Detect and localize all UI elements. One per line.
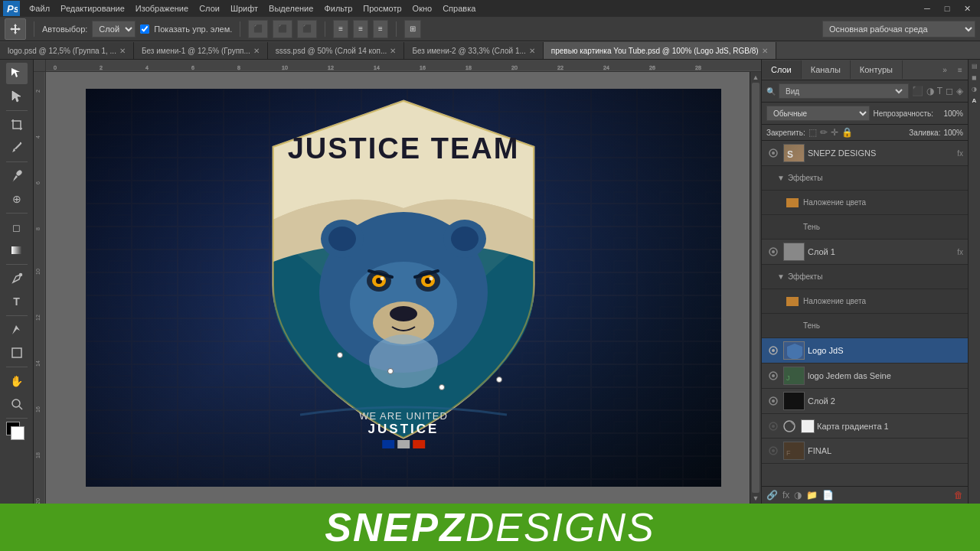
autoselect-select[interactable]: Слой [92,21,136,37]
layer-sloy2[interactable]: Слой 2 [762,389,968,414]
layer-vis-0[interactable] [766,146,780,160]
link-layers-icon[interactable]: 🔗 [766,490,778,500]
shape-tool[interactable] [6,342,28,364]
menu-help[interactable]: Справка [438,2,480,15]
tab-close-4[interactable]: ✕ [762,47,768,55]
layers-list[interactable]: S SNEPZ DESIGNS fx ▼ Эффекты Наложение ц… [762,141,968,486]
filter-shape-icon[interactable]: ◻ [946,86,953,96]
menu-layers[interactable]: Слои [194,2,224,15]
layer-snepz-designs[interactable]: S SNEPZ DESIGNS fx [762,141,968,166]
layer-logo-jds[interactable]: Logo JdS [762,338,968,364]
menu-font[interactable]: Шрифт [226,2,263,15]
effects-triangle-1[interactable]: ▼ [777,272,785,281]
direct-select-tool[interactable] [6,86,28,107]
tab-unnamed1[interactable]: Без имени-1 @ 12,5% (Групп... ✕ [134,42,268,59]
layer-vis-4[interactable] [766,394,780,408]
eraser-tool[interactable]: ◻ [6,217,28,238]
panel-tab-layers[interactable]: Слои [762,60,802,79]
panel-menu-icon[interactable]: ≡ [952,60,968,80]
layer-vis-5[interactable] [766,419,780,433]
effects-triangle-0[interactable]: ▼ [777,174,785,182]
menu-select[interactable]: Выделение [264,2,318,15]
distribute-button[interactable]: ≡ [333,20,348,38]
type-icon-right[interactable]: A [972,97,977,104]
show-transform-checkbox[interactable] [140,24,149,34]
blend-mode-select[interactable]: Обычные [766,106,870,121]
path-select-tool[interactable] [6,319,28,341]
canvas-area[interactable]: 0 2 4 6 8 10 12 14 16 18 20 22 24 26 28 [34,60,761,504]
tab-ssss[interactable]: ssss.psd @ 50% (Слой 14 коп... ✕ [268,42,405,59]
add-style-icon[interactable]: fx [782,490,789,500]
distribute2-button[interactable]: ≡ [353,20,368,38]
align-right-button[interactable]: ⬛ [297,20,317,38]
align-center-button[interactable]: ⬛ [273,20,292,38]
layer-vis-2[interactable] [766,344,780,357]
hand-tool[interactable]: ✋ [6,370,28,392]
color-icon-right[interactable]: ◼ [972,74,977,81]
tab-logo[interactable]: logo.psd @ 12,5% (Группа 1, ... ✕ [0,42,134,59]
eyedrop-tool[interactable] [6,137,28,158]
tab-close-2[interactable]: ✕ [390,47,396,55]
tab-close-1[interactable]: ✕ [253,47,260,55]
scroll-thumb[interactable] [752,83,760,493]
pen-tool[interactable] [6,268,28,289]
crop-tool[interactable] [6,114,28,135]
new-layer-icon[interactable]: 📄 [822,490,834,500]
new-group-icon[interactable]: 📁 [806,490,818,500]
lock-transparent-icon[interactable]: ⬚ [808,127,817,138]
tab-close-0[interactable]: ✕ [119,47,126,55]
tab-close-3[interactable]: ✕ [529,47,535,55]
panel-tab-channels[interactable]: Каналы [802,60,851,79]
maximize-button[interactable]: □ [937,0,957,17]
menu-window[interactable]: Окно [408,2,437,15]
layer-shadow-0[interactable]: Тень [762,215,968,240]
selection-tool[interactable] [6,63,28,84]
zoom-tool[interactable] [6,393,28,415]
arrange-button[interactable]: ⊞ [404,20,421,38]
layer-logo-jedem[interactable]: J logo Jedem das Seine [762,364,968,389]
layer-effects-1[interactable]: ▼ Эффекты [762,265,968,289]
layer-vis-1[interactable] [766,245,780,259]
right-scrollbar[interactable]: ▲ ▼ [750,72,761,504]
stamp-tool[interactable]: ⊕ [6,188,28,210]
transform-point-2[interactable] [387,368,394,374]
lock-position-icon[interactable]: ✛ [831,127,838,138]
layer-color-overlay-0[interactable]: Наложение цвета [762,191,968,215]
brush-tool[interactable] [6,165,28,187]
layer-gradient-map[interactable]: Карта градиента 1 [762,414,968,439]
layers-icon-right[interactable]: ▤ [971,63,978,70]
lock-pixels-icon[interactable]: ✏ [820,127,828,138]
gradient-tool[interactable] [6,240,28,261]
add-mask-icon[interactable]: ◑ [794,490,802,500]
layer-vis-3[interactable] [766,369,780,383]
filter-pixel-icon[interactable]: ⬛ [912,86,923,96]
close-button[interactable]: ✕ [957,0,977,17]
adjustments-icon-right[interactable]: ◑ [972,86,977,93]
tab-preview[interactable]: превью картинка You Tube.psd @ 100% (Log… [544,42,776,59]
scroll-up-icon[interactable]: ▲ [753,73,760,81]
menu-file[interactable]: Файл [24,2,54,15]
canvas-content[interactable]: JUSTICE TEAM WE ARE UNITED JUSTICE [46,72,761,504]
type-tool[interactable]: T [6,291,28,312]
panel-expand-icon[interactable]: » [937,60,952,80]
menu-image[interactable]: Изображение [131,2,193,15]
minimize-button[interactable]: ─ [917,0,937,17]
transform-point-3[interactable] [439,384,445,390]
color-picker[interactable] [6,422,28,443]
menu-filter[interactable]: Фильтр [319,2,357,15]
layer-sloy1[interactable]: Слой 1 fx [762,240,968,265]
menu-edit[interactable]: Редактирование [56,2,129,15]
menu-view[interactable]: Просмотр [358,2,406,15]
scroll-down-icon[interactable]: ▼ [753,494,760,502]
layer-vis-6[interactable] [766,444,780,458]
filter-smart-icon[interactable]: ◈ [956,86,963,96]
layer-color-overlay-1[interactable]: Наложение цвета [762,289,968,314]
tab-unnamed2[interactable]: Без имени-2 @ 33,3% (Слой 1... ✕ [404,42,543,59]
filter-adjust-icon[interactable]: ◑ [926,86,934,96]
transform-point-4[interactable] [496,377,502,383]
layer-search-box[interactable]: Вид [779,83,909,99]
layer-effects-0[interactable]: ▼ Эффекты [762,166,968,191]
lock-all-icon[interactable]: 🔒 [841,127,853,138]
filter-type-icon[interactable]: T [937,86,942,96]
layer-kind-select[interactable]: Вид [782,86,905,96]
